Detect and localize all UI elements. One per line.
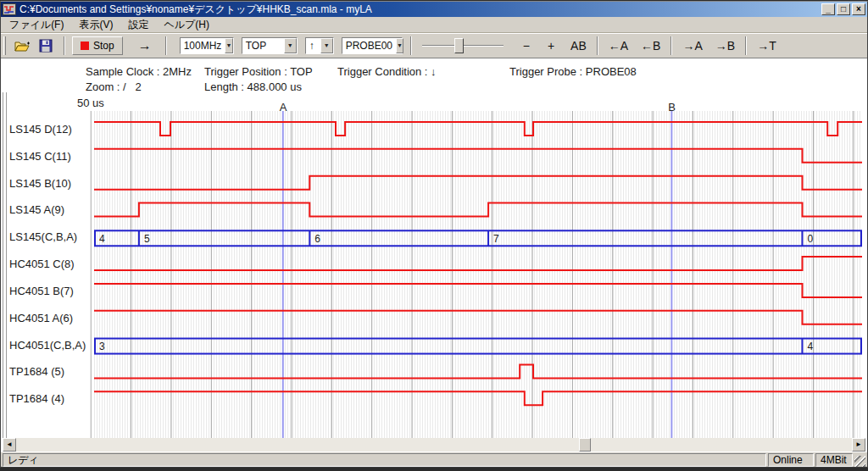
trigger-position-combo[interactable]: TOP ▼ (242, 37, 298, 54)
floppy-disk-icon (39, 39, 53, 53)
combo-arrow-glyph: ▼ (226, 42, 232, 48)
folder-open-icon (14, 40, 31, 53)
channel-label: HC4051(C,B,A) (9, 339, 86, 352)
run-button[interactable]: → (134, 36, 156, 55)
trigger-condition-info: Trigger Condition : ↓ (337, 65, 437, 78)
window-title: C:¥Documents and Settings¥noname¥デスクトップ¥… (19, 3, 820, 16)
status-message: レディ (3, 453, 766, 467)
toolbar-separator (745, 36, 747, 55)
menu-bar: ファイル(F) 表示(V) 設定 ヘルプ(H) (1, 17, 867, 33)
resize-grip[interactable] (854, 456, 865, 467)
move-cursor-a-right-button[interactable]: →A (678, 37, 706, 54)
toolbar: Stop → 100MHz ▼ TOP ▼ ↑ ▼ PROBE00 ▼ − + (1, 33, 867, 58)
toolbar-separator (64, 36, 65, 55)
toolbar-separator (670, 36, 672, 55)
stop-label: Stop (93, 40, 114, 52)
scrollbar-thumb[interactable] (579, 438, 591, 452)
stop-icon (81, 42, 89, 50)
waveform-trace (94, 311, 862, 324)
bus-frame (95, 230, 861, 246)
zoom-slider[interactable] (422, 36, 504, 55)
scroll-right-button[interactable]: ► (852, 438, 865, 452)
maximize-button[interactable]: □ (837, 3, 850, 15)
minimize-button[interactable]: _ (821, 3, 835, 15)
chevron-down-icon[interactable]: ▼ (320, 38, 333, 53)
bus-value: 4 (807, 341, 813, 352)
chevron-down-icon[interactable]: ▼ (396, 38, 403, 53)
channel-label: LS145(C,B,A) (9, 230, 77, 243)
horizontal-scrollbar[interactable]: ◄ ► (3, 438, 865, 452)
channel-label: LS145 B(10) (9, 177, 71, 190)
move-cursor-b-left-button[interactable]: ←B (637, 37, 665, 54)
move-cursor-a-left-button[interactable]: ←A (604, 37, 632, 54)
toolbar-separator (410, 36, 412, 55)
trigger-edge-combo[interactable]: ↑ ▼ (305, 37, 334, 54)
chevron-down-icon[interactable]: ▼ (225, 38, 232, 53)
zoom-in-button[interactable]: + (543, 37, 559, 54)
waveform-trace (94, 149, 862, 163)
channel-label: HC4051 A(6) (9, 312, 73, 324)
bus-value: 6 (314, 233, 320, 245)
trigger-probe-combo[interactable]: PROBE00 ▼ (342, 37, 403, 54)
bus-value: 0 (807, 233, 813, 245)
bus-value: 4 (99, 233, 105, 245)
open-file-button[interactable] (12, 36, 32, 56)
zoom-info: Zoom : / 2 (86, 80, 142, 93)
menu-file[interactable]: ファイル(F) (2, 16, 71, 34)
app-window: C:¥Documents and Settings¥noname¥デスクトップ¥… (0, 1, 868, 468)
waveform-trace (94, 257, 862, 270)
menu-view[interactable]: 表示(V) (71, 16, 120, 34)
title-bar: C:¥Documents and Settings¥noname¥デスクトップ¥… (1, 2, 867, 17)
bus-frame (95, 339, 861, 354)
trigger-probe-value: PROBE00 (342, 38, 396, 53)
menu-settings[interactable]: 設定 (120, 16, 156, 34)
scroll-left-icon: ◄ (6, 441, 13, 448)
online-indicator: Online (768, 453, 814, 467)
combo-arrow-glyph: ▼ (397, 42, 403, 48)
trigger-probe-info: Trigger Probe : PROBE08 (509, 65, 637, 78)
channel-label: LS145 C(11) (9, 150, 71, 163)
toolbar-grip (3, 36, 6, 55)
zoom-slider-thumb[interactable] (454, 38, 464, 53)
channel-label: TP1684 (5) (9, 365, 64, 378)
stop-button[interactable]: Stop (72, 36, 123, 55)
chevron-down-icon[interactable]: ▼ (284, 38, 297, 53)
zoom-out-button[interactable]: − (519, 37, 534, 54)
label-pane-splitter[interactable] (3, 92, 7, 441)
waveform-trace (94, 364, 862, 378)
combo-arrow-glyph: ▼ (287, 42, 293, 48)
bus-value: 5 (144, 233, 150, 245)
close-button[interactable]: × (852, 3, 865, 15)
scroll-left-button[interactable]: ◄ (3, 438, 16, 452)
trigger-position-info: Trigger Position : TOP (204, 65, 313, 78)
run-arrow-icon: → (138, 38, 152, 53)
waveform-trace (94, 176, 862, 190)
length-info: Length : 488.000 us (204, 80, 302, 93)
channel-label: LS145 D(12) (9, 123, 72, 136)
sample-clock-combo[interactable]: 100MHz ▼ (180, 37, 234, 54)
goto-trigger-button[interactable]: →T (753, 37, 781, 54)
toolbar-separator (165, 36, 167, 55)
trigger-position-value: TOP (242, 38, 270, 53)
move-cursor-b-right-button[interactable]: →B (711, 37, 739, 54)
waveform-view: Sample Clock : 2MHz Trigger Position : T… (1, 58, 867, 452)
channel-label: LS145 A(9) (9, 203, 64, 216)
time-scale-label: 50 us (77, 97, 104, 109)
ab-range-button[interactable]: AB (566, 37, 591, 54)
toolbar-separator (597, 36, 598, 55)
waveform-plot[interactable]: 4567034 (94, 111, 862, 438)
waveform-trace (94, 284, 862, 297)
scroll-right-icon: ► (855, 441, 862, 448)
bus-value: 7 (493, 233, 499, 245)
sample-clock-value: 100MHz (181, 38, 225, 53)
menu-help[interactable]: ヘルプ(H) (156, 16, 217, 34)
memory-indicator: 4MBit (815, 453, 853, 467)
status-bar: レディ Online 4MBit (1, 452, 867, 468)
save-file-button[interactable] (36, 36, 56, 56)
channel-label: HC4051 B(7) (9, 285, 74, 297)
waveform-trace (94, 391, 862, 405)
waveform-trace (94, 202, 862, 216)
trigger-edge-value: ↑ (306, 38, 318, 53)
channel-label: TP1684 (4) (9, 392, 64, 405)
waveform-canvas: 4567034 (94, 111, 862, 438)
